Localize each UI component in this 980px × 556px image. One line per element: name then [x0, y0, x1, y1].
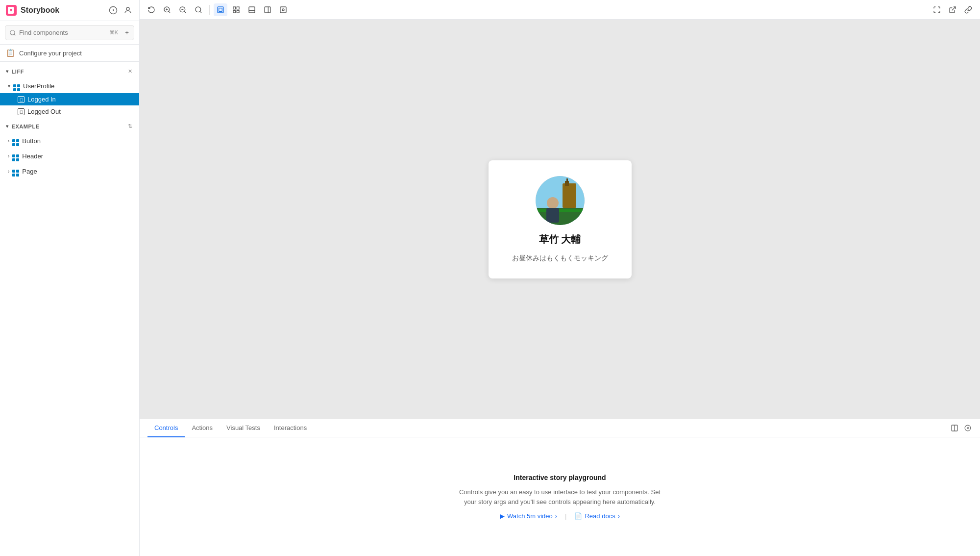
example-section-title: ▾ EXAMPLE — [6, 124, 40, 129]
liff-section-close-btn[interactable]: ✕ — [127, 67, 133, 76]
svg-rect-9 — [237, 7, 239, 9]
playground-title: Interactive story playground — [514, 474, 606, 481]
svg-point-1 — [126, 7, 129, 10]
nav-group-page: › Page — [0, 164, 139, 178]
app-container: Storybook — [0, 0, 980, 556]
sidebar-header: Storybook — [0, 0, 139, 21]
main-area: 草竹 大輔 お昼休みはもくもくモッキング Controls Actions Vi… — [140, 0, 980, 556]
docs-icon: 📄 — [574, 512, 582, 520]
header-group-header[interactable]: › Header — [0, 149, 139, 163]
example-section-header[interactable]: ▾ EXAMPLE ⇅ — [0, 120, 139, 133]
storybook-logo-icon — [6, 5, 17, 16]
notification-icon-btn[interactable] — [108, 5, 119, 16]
preview-area: 草竹 大輔 お昼休みはもくもくモッキング — [140, 20, 980, 419]
logged-in-label: Logged In — [27, 96, 56, 103]
svg-point-5 — [196, 7, 201, 12]
zoom-out-button[interactable] — [176, 3, 190, 16]
zoom-in-icon — [163, 6, 171, 14]
panel-button[interactable] — [245, 3, 259, 16]
svg-point-17 — [282, 9, 284, 11]
button-group-header[interactable]: › Button — [0, 134, 139, 148]
svg-rect-7 — [219, 8, 222, 11]
open-new-tab-icon — [949, 6, 956, 14]
page-group-header[interactable]: › Page — [0, 164, 139, 178]
side-panel-button[interactable] — [261, 3, 274, 16]
search-icon — [9, 29, 16, 36]
example-section-toggle-btn[interactable]: ⇅ — [127, 122, 133, 130]
split-view-button[interactable] — [950, 423, 959, 433]
profile-icon-btn[interactable] — [122, 5, 133, 16]
header-grid-icon — [12, 151, 19, 161]
page-chevron-icon: › — [8, 169, 9, 174]
read-docs-link[interactable]: 📄 Read docs › — [574, 512, 620, 520]
search-input[interactable] — [19, 29, 106, 36]
nav-item-logged-out[interactable]: ◻ Logged Out — [0, 105, 139, 118]
toolbar-divider-1 — [209, 5, 210, 15]
configure-icon: 📋 — [6, 49, 15, 57]
reset-zoom-button[interactable] — [145, 3, 158, 16]
search-zoom-button[interactable] — [192, 3, 205, 16]
storybook-title: Storybook — [21, 6, 59, 15]
tab-visual-tests[interactable]: Visual Tests — [220, 419, 267, 437]
zoom-out-icon — [179, 6, 187, 14]
configure-label: Configure your project — [19, 50, 82, 57]
configure-project-item[interactable]: 📋 Configure your project — [0, 45, 139, 62]
expand-button[interactable] — [930, 3, 944, 16]
toolbar-right-buttons — [930, 3, 975, 16]
tab-controls[interactable]: Controls — [147, 419, 185, 437]
read-docs-chevron: › — [618, 512, 620, 520]
liff-section-header[interactable]: ▾ LIFF ✕ — [0, 65, 139, 78]
sidebar-nav: ▾ LIFF ✕ ▾ UserProfile — [0, 62, 139, 556]
read-docs-label: Read docs — [585, 512, 615, 520]
single-story-button[interactable] — [214, 3, 227, 16]
header-label: Header — [22, 152, 43, 160]
svg-rect-12 — [249, 7, 255, 13]
full-view-button[interactable] — [276, 3, 290, 16]
liff-section-title: ▾ LIFF — [6, 69, 24, 75]
reset-zoom-icon — [147, 6, 155, 14]
search-bar: ⌘K + — [5, 25, 134, 40]
notification-icon — [109, 6, 118, 15]
liff-chevron-icon: ▾ — [6, 69, 9, 74]
nav-group-userprofile: ▾ UserProfile ◻ Logged In ◻ Log — [0, 79, 139, 118]
playground-desc: Controls give you an easy to use interfa… — [457, 487, 663, 506]
grid-view-button[interactable] — [229, 3, 243, 16]
logged-out-story-icon: ◻ — [18, 108, 24, 115]
svg-rect-8 — [233, 7, 236, 9]
add-component-button[interactable]: + — [124, 28, 130, 37]
panel-icon — [248, 6, 256, 14]
profile-icon — [123, 6, 132, 15]
svg-rect-14 — [265, 7, 270, 13]
svg-point-2 — [10, 30, 15, 34]
full-view-icon — [279, 6, 287, 14]
logged-in-story-icon: ◻ — [18, 96, 24, 103]
nav-group-header: › Header — [0, 149, 139, 163]
page-label: Page — [22, 168, 37, 175]
example-chevron-icon: ▾ — [6, 124, 9, 129]
page-grid-icon — [12, 166, 19, 177]
close-panel-button[interactable] — [963, 424, 972, 432]
nav-item-logged-in[interactable]: ◻ Logged In — [0, 93, 139, 105]
side-panel-icon — [264, 6, 271, 14]
tab-actions[interactable]: Actions — [185, 419, 220, 437]
watch-video-link[interactable]: ▶ Watch 5m video › — [500, 512, 557, 520]
tab-interactions[interactable]: Interactions — [267, 419, 314, 437]
playground-links: ▶ Watch 5m video › | 📄 Read docs › — [500, 512, 620, 520]
copy-link-button[interactable] — [961, 3, 975, 16]
sidebar-header-icons — [108, 5, 133, 16]
sidebar-search-area: ⌘K + — [0, 21, 139, 45]
nav-group-button: › Button — [0, 134, 139, 148]
storybook-svg — [8, 7, 15, 14]
bottom-tab-bar: Controls Actions Visual Tests Interactio… — [140, 419, 980, 437]
close-panel-icon — [964, 425, 971, 431]
avatar-image — [536, 176, 585, 225]
userprofile-grid-icon — [13, 81, 20, 91]
sidebar: Storybook — [0, 0, 140, 556]
open-new-tab-button[interactable] — [946, 3, 959, 16]
zoom-in-button[interactable] — [160, 3, 174, 16]
userprofile-group-header[interactable]: ▾ UserProfile — [0, 79, 139, 93]
search-shortcut: ⌘K — [109, 29, 118, 36]
svg-rect-23 — [566, 178, 568, 182]
add-icon: + — [125, 29, 129, 36]
svg-rect-11 — [237, 10, 239, 13]
